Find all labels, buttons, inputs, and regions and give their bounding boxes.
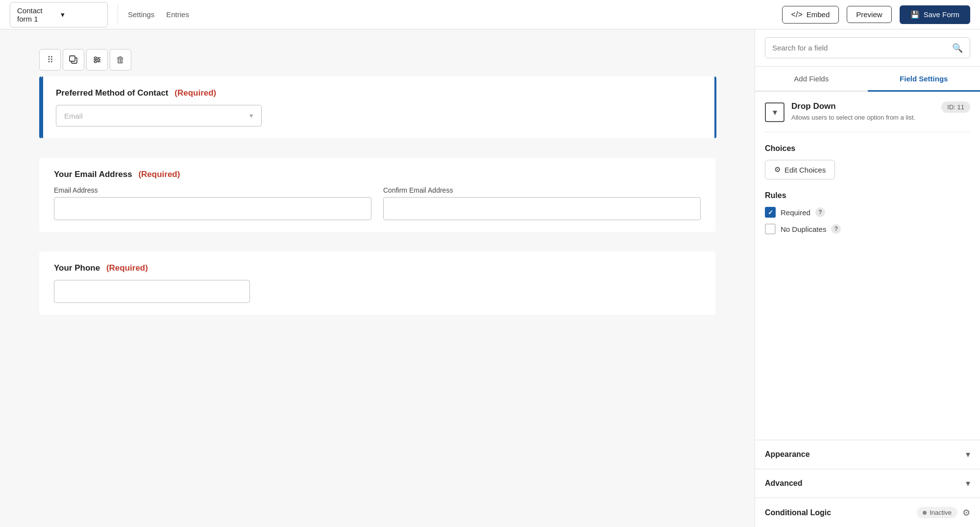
email-col-1: Email Address [54, 186, 371, 220]
appearance-chevron-icon: ▾ [966, 449, 970, 460]
appearance-section[interactable]: Appearance ▾ [755, 440, 980, 469]
gear-icon: ⚙ [774, 165, 781, 174]
search-box: 🔍 [765, 37, 970, 58]
sidebar: 🔍 Add Fields Field Settings ▾ Drop Down … [755, 29, 980, 527]
rules-section: Rules Required ? No Duplicates ? [765, 191, 970, 234]
dropdown-chevron-icon: ▾ [249, 111, 253, 120]
top-nav: Contact form 1 ▾ Settings Entries </> Em… [0, 0, 980, 29]
conditional-logic-title: Conditional Logic [765, 508, 831, 517]
phone-input[interactable] [54, 280, 250, 303]
svg-point-6 [98, 59, 99, 61]
form-area: ⠿ 🗑 [0, 29, 755, 527]
conditional-logic-controls: Inactive ⚙ [917, 507, 970, 518]
conditional-gear-icon[interactable]: ⚙ [962, 507, 970, 518]
chevron-down-icon: ▾ [61, 10, 100, 19]
sidebar-tabs: Add Fields Field Settings [755, 67, 980, 92]
email-address-label: Your Email Address (Required) [54, 170, 701, 179]
preferred-contact-field: Preferred Method of Contact (Required) E… [39, 76, 715, 138]
confirm-email-input[interactable] [383, 197, 701, 220]
dropdown-icon: ▾ [765, 102, 784, 122]
field-type-desc: Allows users to select one option from a… [791, 113, 934, 122]
sidebar-field-settings: ▾ Drop Down Allows users to select one o… [755, 92, 980, 440]
email-address-sublabel: Email Address [54, 186, 371, 194]
advanced-section[interactable]: Advanced ▾ [755, 469, 980, 498]
no-duplicates-checkbox[interactable] [765, 224, 776, 234]
duplicate-button[interactable] [63, 49, 84, 71]
no-duplicates-label: No Duplicates [781, 225, 826, 233]
edit-choices-label: Edit Choices [784, 166, 826, 174]
no-duplicates-help-icon[interactable]: ? [831, 224, 841, 234]
email-address-field: Your Email Address (Required) Email Addr… [39, 158, 715, 232]
appearance-title: Appearance [765, 450, 810, 459]
inactive-badge: Inactive [917, 507, 957, 518]
dropdown-input[interactable]: Email ▾ [56, 105, 262, 126]
field-info-text: Drop Down Allows users to select one opt… [791, 101, 934, 122]
main-layout: ⠿ 🗑 [0, 29, 980, 527]
confirm-email-sublabel: Confirm Email Address [383, 186, 701, 194]
email-row: Email Address Confirm Email Address [54, 186, 701, 220]
conditional-logic-section: Conditional Logic Inactive ⚙ [755, 498, 980, 527]
save-label: Save Form [924, 10, 959, 19]
required-checkbox[interactable] [765, 207, 776, 218]
preview-button[interactable]: Preview [847, 6, 891, 23]
edit-choices-button[interactable]: ⚙ Edit Choices [765, 160, 835, 179]
form-selector-label: Contact form 1 [17, 6, 57, 23]
field-info: ▾ Drop Down Allows users to select one o… [765, 101, 970, 132]
settings-link[interactable]: Settings [128, 8, 154, 21]
entries-link[interactable]: Entries [166, 8, 189, 21]
required-label: Required [781, 208, 810, 217]
email-col-2: Confirm Email Address [383, 186, 701, 220]
nav-links: Settings Entries [128, 8, 189, 21]
phone-label: Your Phone (Required) [54, 263, 701, 273]
choices-section-title: Choices [765, 144, 970, 153]
tab-field-settings[interactable]: Field Settings [868, 67, 980, 91]
field-toolbar: ⠿ 🗑 [39, 49, 715, 71]
field-type-name: Drop Down [791, 101, 934, 111]
svg-rect-1 [70, 56, 75, 61]
search-input[interactable] [765, 38, 945, 58]
code-icon: </> [791, 10, 803, 19]
save-form-button[interactable]: 💾 Save Form [900, 5, 970, 24]
advanced-chevron-icon: ▾ [966, 478, 970, 489]
embed-label: Embed [807, 10, 830, 19]
rules-section-title: Rules [765, 191, 970, 200]
no-duplicates-rule: No Duplicates ? [765, 224, 970, 234]
phone-field: Your Phone (Required) [39, 251, 715, 315]
form-selector[interactable]: Contact form 1 ▾ [10, 2, 108, 27]
email-address-input[interactable] [54, 197, 371, 220]
save-icon: 💾 [910, 10, 920, 19]
required-rule: Required ? [765, 207, 970, 218]
inactive-dot [923, 511, 927, 515]
sidebar-search: 🔍 [755, 29, 980, 67]
field-id-badge: ID: 11 [941, 101, 970, 113]
required-help-icon[interactable]: ? [815, 207, 825, 217]
svg-point-5 [95, 57, 97, 59]
inactive-label: Inactive [930, 509, 952, 516]
advanced-title: Advanced [765, 479, 802, 488]
tab-add-fields[interactable]: Add Fields [755, 67, 868, 91]
search-icon: 🔍 [945, 43, 970, 53]
field-settings-button[interactable] [86, 49, 108, 71]
drag-handle[interactable]: ⠿ [39, 49, 61, 71]
nav-divider [118, 5, 118, 25]
delete-button[interactable]: 🗑 [110, 49, 131, 71]
embed-button[interactable]: </> Embed [782, 6, 839, 24]
preferred-contact-label: Preferred Method of Contact (Required) [56, 88, 701, 98]
svg-point-7 [95, 61, 97, 63]
